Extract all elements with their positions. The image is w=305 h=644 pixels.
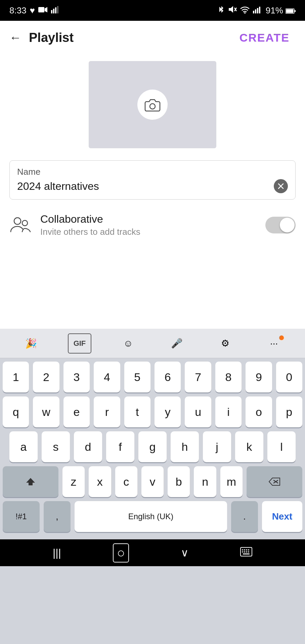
back-button[interactable]: ← [9,31,21,45]
key-e[interactable]: e [63,396,90,427]
key-d[interactable]: d [74,431,102,462]
camera-icon [144,97,161,113]
svg-rect-15 [295,10,296,12]
svg-rect-2 [51,10,52,13]
name-section: Name [9,160,296,200]
nav-home[interactable]: ○ [113,543,129,562]
header-left: ← Playlist [9,31,74,45]
key-a[interactable]: a [9,431,38,462]
svg-rect-27 [244,549,245,550]
time: 8:33 [9,5,27,16]
nav-recents[interactable]: ∨ [181,546,188,559]
emoji-icon: ☺ [123,338,133,349]
status-bar: 8:33 ♥ 91% [0,0,305,21]
svg-rect-26 [242,549,243,550]
key-p[interactable]: p [276,396,302,427]
key-l[interactable]: l [267,431,296,462]
settings-button[interactable]: ⚙ [214,333,237,354]
clear-button[interactable] [274,179,288,193]
keyboard-toolbar: 🎉 GIF ☺ 🎤 ⚙ ··· [0,329,305,358]
emoji-button[interactable]: ☺ [117,333,140,354]
svg-rect-16 [286,9,294,13]
signal-bars [253,5,262,16]
svg-rect-12 [257,8,258,13]
key-q[interactable]: q [3,396,29,427]
spacebar-key[interactable]: English (UK) [75,501,227,532]
key-c[interactable]: c [115,466,137,497]
key-s[interactable]: s [42,431,70,462]
name-input-row [17,179,288,193]
key-i[interactable]: i [215,396,242,427]
svg-rect-13 [259,7,260,13]
key-1[interactable]: 1 [3,362,29,392]
battery: 91% [266,5,296,16]
gif-button[interactable]: GIF [68,333,91,354]
svg-rect-31 [244,551,245,552]
svg-point-20 [14,218,21,224]
key-7[interactable]: 7 [185,362,211,392]
key-g[interactable]: g [138,431,167,462]
svg-rect-32 [246,551,247,552]
key-6[interactable]: 6 [155,362,181,392]
key-r[interactable]: r [94,396,120,427]
svg-marker-22 [26,478,35,485]
status-left: 8:33 ♥ [9,5,60,16]
sticker-icon: 🎉 [25,338,37,349]
key-5[interactable]: 5 [124,362,150,392]
key-b[interactable]: b [168,466,190,497]
key-m[interactable]: m [220,466,243,497]
camera-icon-circle [137,90,168,120]
sticker-button[interactable]: 🎉 [19,333,43,354]
collab-title: Collaborative [40,213,257,225]
comma-key[interactable]: , [44,501,71,532]
key-z[interactable]: z [62,466,85,497]
key-8[interactable]: 8 [215,362,242,392]
next-key[interactable]: Next [262,501,302,532]
key-x[interactable]: x [89,466,111,497]
key-3[interactable]: 3 [63,362,90,392]
svg-marker-6 [229,6,233,13]
key-h[interactable]: h [171,431,199,462]
more-button[interactable]: ··· [262,333,286,354]
key-t[interactable]: t [124,396,150,427]
more-icon: ··· [270,338,278,349]
mic-button[interactable]: 🎤 [165,333,188,354]
shift-key[interactable] [3,466,58,497]
key-j[interactable]: j [203,431,231,462]
symbol-key[interactable]: !#1 [3,501,40,532]
key-9[interactable]: 9 [246,362,272,392]
zxcv-row: z x c v b n m [3,466,302,497]
svg-rect-33 [248,551,249,552]
svg-rect-0 [38,7,44,12]
svg-point-9 [244,12,246,13]
collaborative-toggle[interactable] [265,217,296,233]
key-2[interactable]: 2 [33,362,59,392]
key-k[interactable]: k [235,431,263,462]
image-upload-area[interactable] [89,61,216,148]
key-0[interactable]: 0 [276,362,302,392]
collab-subtitle: Invite others to add tracks [40,227,257,237]
mic-icon: 🎤 [171,338,183,349]
key-u[interactable]: u [185,396,211,427]
key-n[interactable]: n [194,466,216,497]
svg-rect-10 [253,11,254,13]
key-v[interactable]: v [141,466,164,497]
status-right: 91% [218,5,296,16]
collaborative-section: Collaborative Invite others to add track… [9,213,296,237]
key-y[interactable]: y [155,396,181,427]
create-button[interactable]: CREATE [233,28,296,48]
key-w[interactable]: w [33,396,59,427]
key-o[interactable]: o [246,396,272,427]
key-f[interactable]: f [106,431,134,462]
backspace-key[interactable] [247,466,302,497]
key-4[interactable]: 4 [94,362,120,392]
nav-back[interactable]: ||| [53,547,61,559]
period-key[interactable]: . [231,501,258,532]
nav-keyboard[interactable] [240,547,252,559]
svg-rect-4 [55,7,56,13]
video-icon [38,5,48,16]
notification-dot [279,335,284,340]
qwerty-row: q w e r t y u i o p [3,396,302,427]
svg-rect-5 [57,6,58,13]
name-input[interactable] [17,180,274,193]
